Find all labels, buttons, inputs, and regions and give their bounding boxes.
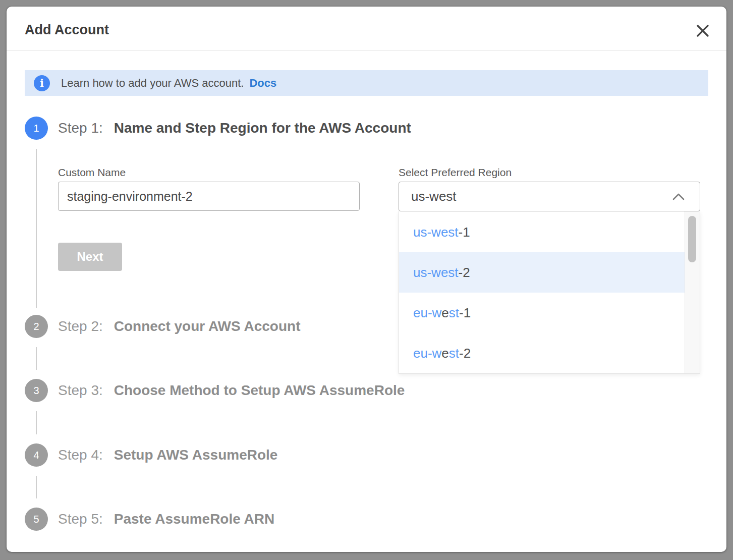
option-match-text: eu-w [413,346,441,361]
step-1-header[interactable]: Step 1: Name and Step Region for the AWS… [58,117,411,140]
step-5-indicator: 5 [25,508,48,531]
option-match-text: st [449,346,459,361]
step-4-indicator: 4 [25,443,48,467]
region-option-eu-west-1[interactable]: eu-west-1 [399,293,685,333]
region-select[interactable]: us-west [399,182,700,211]
region-label: Select Preferred Region [399,166,512,179]
region-select-value: us-west [411,189,672,204]
dropdown-scrollbar-track[interactable] [685,211,700,373]
option-plain-text: e [441,305,448,320]
step-1-title: Name and Step Region for the AWS Account [114,120,411,136]
step-connector [36,149,37,308]
info-banner: i Learn how to add your AWS account. Doc… [25,70,708,96]
option-match-text: st [449,305,459,320]
option-plain-text: -2 [459,265,470,280]
custom-name-input[interactable] [58,182,360,211]
close-icon [696,24,709,37]
step-2-title: Connect your AWS Account [114,318,301,334]
step-connector [36,411,37,434]
step-3-indicator: 3 [25,379,48,402]
step-2-header[interactable]: Step 2: Connect your AWS Account [58,315,300,338]
option-plain-text: -2 [459,346,471,361]
region-dropdown: us-west-1 us-west-2 eu-west-1 eu-west-2 [399,211,700,374]
next-button[interactable]: Next [58,243,122,271]
modal-title: Add Account [25,22,109,38]
chevron-up-icon [672,193,685,200]
add-account-modal: Add Account i Learn how to add your AWS … [7,7,726,552]
step-connector [36,476,37,498]
step-3-title: Choose Method to Setup AWS AssumeRole [114,382,405,399]
step-4-header[interactable]: Step 4: Setup AWS AssumeRole [58,443,277,467]
step-5-prefix: Step 5: [58,511,103,527]
step-5-header[interactable]: Step 5: Paste AssumeRole ARN [58,508,274,531]
option-match-text: us-west [413,225,459,240]
docs-link[interactable]: Docs [249,77,276,90]
step-2-indicator: 2 [25,315,48,338]
option-plain-text: -1 [459,305,471,320]
step-4-prefix: Step 4: [58,447,103,463]
step-2-prefix: Step 2: [58,318,103,334]
banner-text: Learn how to add your AWS account. [61,77,244,90]
step-connector [36,347,37,370]
option-match-text: eu-w [413,305,441,320]
step-4-title: Setup AWS AssumeRole [114,447,278,463]
option-plain-text: -1 [459,225,470,240]
step-1-prefix: Step 1: [58,120,103,136]
custom-name-label: Custom Name [58,166,126,179]
region-option-eu-west-2[interactable]: eu-west-2 [399,333,685,373]
info-icon: i [34,75,50,91]
region-option-us-west-2[interactable]: us-west-2 [399,252,685,293]
step-3-prefix: Step 3: [58,382,103,399]
close-button[interactable] [694,22,711,39]
header-divider [7,50,726,51]
region-option-list: us-west-1 us-west-2 eu-west-1 eu-west-2 [399,212,685,373]
option-plain-text: e [441,346,448,361]
region-option-us-west-1[interactable]: us-west-1 [399,212,685,252]
step-5-title: Paste AssumeRole ARN [114,511,274,527]
step-1-indicator: 1 [25,117,48,140]
dropdown-scrollbar-thumb[interactable] [688,216,696,262]
option-match-text: us-west [413,265,459,280]
step-3-header[interactable]: Step 3: Choose Method to Setup AWS Assum… [58,379,405,402]
